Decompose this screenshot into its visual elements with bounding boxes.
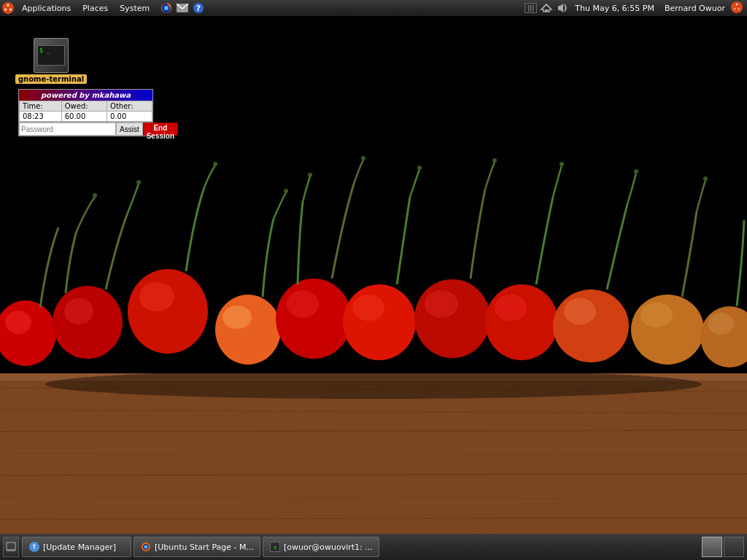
svg-point-5 (164, 6, 169, 10)
svg-point-25 (45, 370, 702, 399)
svg-text:?: ? (196, 4, 201, 13)
mkahawa-widget: powered by mkahawa Time: Owed: Other: 08… (18, 89, 153, 136)
taskbar-update-manager[interactable]: ↑ [Update Manager] (22, 537, 131, 557)
panel-left: Applications Places System ? (0, 0, 525, 16)
mkahawa-time-value: 08:23 (20, 112, 62, 122)
password-field[interactable] (19, 122, 116, 136)
panel-right: ||| Thu May 6, 6:55 PM Bernard Owuor (525, 1, 747, 15)
svg-point-36 (343, 284, 416, 360)
bottom-panel: ↑ [Update Manager] [Ubuntu Start Page - … (0, 534, 747, 560)
network-icon[interactable] (540, 3, 553, 13)
taskbar-firefox-label: [Ubuntu Start Page - M... (155, 542, 254, 552)
svg-point-56 (560, 162, 564, 166)
menu-system[interactable]: System (114, 0, 155, 16)
svg-point-45 (640, 303, 673, 327)
workspace-2[interactable] (724, 537, 744, 557)
mkahawa-footer: Assist End Session (19, 122, 152, 136)
svg-point-30 (128, 269, 208, 354)
update-manager-icon: ↑ (28, 541, 40, 553)
svg-rect-9 (545, 9, 548, 12)
taskbar-terminal-label: [owuor@owuovirt1: ... (284, 542, 373, 552)
taskbar-firefox[interactable]: [Ubuntu Start Page - M... (133, 537, 260, 557)
mkahawa-other-header: Other: (107, 101, 152, 112)
menu-places[interactable]: Places (77, 0, 114, 16)
terminal-icon-label: gnome-terminal (15, 74, 87, 84)
svg-rect-60 (7, 550, 15, 551)
svg-point-32 (215, 295, 281, 365)
mkahawa-owed-value: 60.00 (61, 112, 107, 122)
svg-point-39 (425, 290, 458, 318)
svg-point-57 (634, 169, 638, 174)
svg-point-50 (213, 162, 217, 166)
clock[interactable]: Thu May 6, 6:55 PM (570, 4, 659, 13)
svg-point-51 (284, 189, 288, 193)
svg-point-44 (631, 295, 704, 365)
taskbar-terminal[interactable]: $ [owuor@owuovirt1: ... (263, 537, 379, 557)
firefox-launcher[interactable] (158, 0, 174, 16)
svg-point-29 (64, 298, 93, 324)
svg-rect-59 (7, 542, 15, 550)
terminal-icon-inner (37, 45, 65, 66)
svg-point-52 (361, 156, 365, 160)
mkahawa-table: Time: Owed: Other: 08:23 60.00 0.00 (19, 101, 152, 122)
keyboard-indicator[interactable]: ||| (525, 3, 537, 13)
show-desktop-icon (6, 542, 16, 552)
workspace-1[interactable] (702, 537, 722, 557)
svg-point-54 (417, 166, 422, 170)
show-desktop-button[interactable] (3, 537, 19, 557)
taskbar-update-manager-label: [Update Manager] (43, 542, 116, 552)
username[interactable]: Bernard Owuor (662, 4, 728, 13)
svg-point-1 (7, 4, 9, 7)
volume-icon[interactable] (556, 3, 568, 13)
svg-point-41 (495, 295, 527, 321)
svg-point-3 (4, 9, 7, 11)
svg-point-28 (53, 286, 123, 359)
svg-point-63 (144, 545, 148, 549)
svg-point-33 (222, 306, 252, 329)
svg-point-2 (9, 9, 12, 11)
mkahawa-header: powered by mkahawa (19, 90, 152, 101)
svg-point-43 (564, 298, 596, 324)
ubuntu-logo[interactable] (0, 0, 16, 16)
terminal-desktop-icon[interactable]: gnome-terminal (22, 38, 80, 84)
svg-point-38 (414, 279, 490, 358)
workspace-switcher (702, 537, 744, 557)
taskbar-terminal-icon: $ (269, 541, 281, 553)
svg-point-55 (492, 158, 497, 163)
svg-point-31 (139, 282, 174, 311)
svg-point-11 (736, 4, 738, 5)
assist-button[interactable]: Assist (116, 122, 143, 136)
menu-applications[interactable]: Applications (16, 0, 77, 16)
end-session-button[interactable]: End Session (143, 122, 178, 136)
svg-point-53 (308, 173, 312, 177)
mkahawa-owed-header: Owed: (61, 101, 107, 112)
svg-point-37 (352, 295, 384, 321)
help-launcher[interactable]: ? (190, 0, 206, 16)
svg-point-48 (136, 180, 141, 184)
top-panel: Applications Places System ? (0, 0, 747, 16)
terminal-icon-graphic (34, 38, 69, 73)
mkahawa-other-value: 0.00 (107, 112, 152, 122)
svg-point-42 (553, 289, 629, 362)
svg-point-35 (287, 290, 319, 318)
svg-point-40 (485, 284, 558, 360)
svg-point-49 (93, 193, 97, 198)
svg-point-27 (5, 311, 31, 334)
desktop[interactable]: gnome-terminal powered by mkahawa Time: … (0, 16, 747, 534)
email-launcher[interactable] (174, 0, 190, 16)
taskbar-firefox-icon (140, 541, 152, 553)
svg-point-47 (708, 313, 734, 335)
mkahawa-time-header: Time: (20, 101, 62, 112)
power-icon[interactable] (731, 1, 743, 15)
svg-point-34 (276, 279, 352, 359)
svg-point-58 (703, 176, 708, 181)
ubuntu-icon (2, 2, 14, 14)
